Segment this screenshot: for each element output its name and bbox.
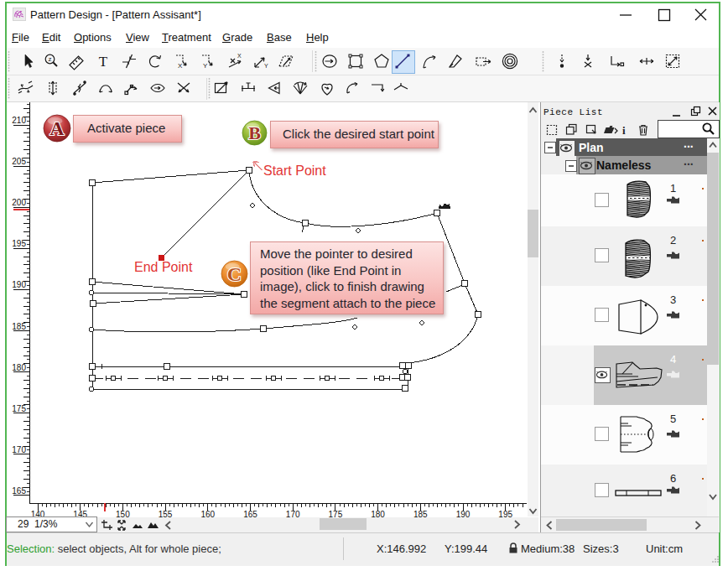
svg-text:A: A [49,117,65,139]
svg-text:i: i [622,124,626,137]
svg-text:B: B [248,122,261,143]
svg-text:C: C [226,262,241,284]
